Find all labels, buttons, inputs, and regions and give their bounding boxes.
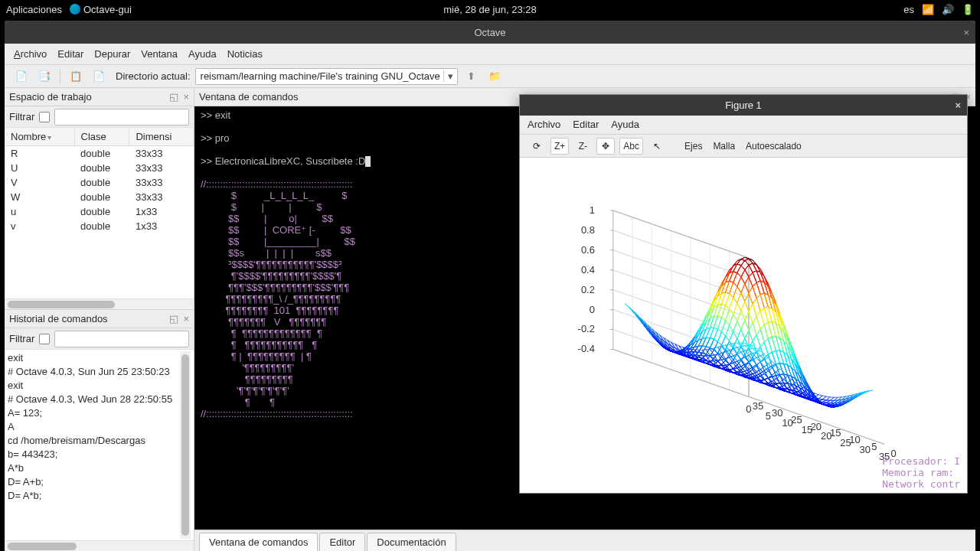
figure-menu-edit[interactable]: Editar — [573, 119, 599, 130]
octave-icon — [70, 4, 80, 15]
window-title: Octave — [474, 27, 505, 38]
filter-checkbox[interactable] — [39, 334, 50, 344]
list-item[interactable]: A*b — [8, 461, 180, 475]
menu-help[interactable]: Ayuda — [188, 48, 217, 60]
history-list[interactable]: exit# Octave 4.0.3, Sun Jun 25 23:50:23e… — [5, 350, 194, 540]
history-panel: Historial de comandos ◱ × Filtrar exit# … — [5, 310, 194, 551]
wifi-icon[interactable]: 📶 — [922, 4, 934, 15]
svg-text:30: 30 — [772, 407, 782, 419]
col-class[interactable]: Clase — [74, 128, 129, 146]
svg-text:10: 10 — [849, 435, 860, 446]
svg-text:15: 15 — [830, 428, 841, 439]
close-panel-icon[interactable]: × — [183, 313, 189, 324]
svg-line-13 — [613, 230, 749, 278]
keyboard-lang[interactable]: es — [903, 4, 914, 15]
filter-checkbox[interactable] — [39, 112, 50, 122]
applications-menu[interactable]: Aplicaciones — [6, 4, 62, 15]
list-item[interactable]: exit — [8, 351, 180, 365]
list-item[interactable]: # Octave 4.0.3, Sun Jun 25 23:50:23 — [8, 365, 180, 379]
table-row[interactable]: vdouble1x33 — [5, 219, 194, 233]
list-item[interactable]: A= 123; — [8, 406, 180, 420]
left-panels: Espacio de trabajo ◱ × Filtrar Nombre▾ C… — [5, 88, 194, 551]
col-name[interactable]: Nombre▾ — [5, 128, 74, 146]
table-row[interactable]: Udouble33x33 — [5, 161, 194, 175]
tab-docs[interactable]: Documentación — [367, 533, 456, 551]
svg-text:1: 1 — [590, 205, 595, 217]
zoom-in-button[interactable]: Z+ — [550, 138, 569, 155]
menu-file[interactable]: Archivo — [14, 48, 47, 60]
current-dir-combo[interactable]: reismam/learning machine/File's training… — [195, 68, 458, 85]
figure-canvas[interactable]: -0.4-0.200.20.40.60.81051015202530350510… — [520, 158, 967, 493]
tab-editor[interactable]: Editor — [319, 533, 365, 551]
history-vscroll[interactable] — [180, 351, 191, 539]
clock: mié, 28 de jun, 23:28 — [443, 4, 536, 15]
list-item[interactable]: D= A+b; — [8, 475, 180, 489]
volume-icon[interactable]: 🔊 — [942, 4, 954, 15]
table-row[interactable]: Wdouble33x33 — [5, 190, 194, 204]
new-function-button[interactable]: 📑 — [35, 68, 54, 85]
separator — [60, 70, 60, 83]
menu-edit[interactable]: Editar — [57, 48, 83, 60]
main-menubar: Archivo Editar Depurar Ventana Ayuda Not… — [5, 44, 975, 65]
right-area: Ventana de comandos ◱ × >> exit >> pro >… — [194, 88, 975, 551]
list-item[interactable]: b= 443423; — [8, 448, 180, 461]
list-item[interactable]: A — [8, 420, 180, 434]
figure-titlebar[interactable]: Figure 1 × — [520, 95, 967, 116]
octave-indicator[interactable]: Octave-gui — [70, 4, 132, 15]
menu-window[interactable]: Ventana — [141, 48, 178, 60]
list-item[interactable]: exit — [8, 379, 180, 393]
table-row[interactable]: Vdouble33x33 — [5, 175, 194, 190]
col-dim[interactable]: Dimensi — [129, 128, 194, 146]
chevron-down-icon[interactable]: ▾ — [443, 70, 454, 82]
rotate-icon[interactable]: ⟳ — [528, 138, 546, 155]
battery-icon[interactable]: 🔋 — [962, 4, 974, 15]
svg-text:20: 20 — [811, 421, 822, 432]
close-panel-icon[interactable]: × — [183, 91, 189, 103]
list-item[interactable]: cd /home/breismam/Descargas — [8, 434, 180, 448]
tab-command-window[interactable]: Ventana de comandos — [199, 533, 318, 551]
svg-text:0: 0 — [746, 403, 751, 415]
pan-button[interactable]: ✥ — [596, 138, 615, 155]
new-script-button[interactable]: 📄 — [12, 68, 31, 85]
axes-button[interactable]: Ejes — [681, 138, 705, 155]
figure-menu-file[interactable]: Archivo — [528, 119, 560, 130]
undock-icon[interactable]: ◱ — [169, 91, 178, 103]
figure-menubar: Archivo Editar Ayuda — [520, 116, 967, 135]
main-toolbar: 📄 📑 📋 📄 Directorio actual: reismam/learn… — [5, 65, 975, 88]
filter-combo[interactable] — [54, 331, 189, 347]
list-item[interactable]: # Octave 4.0.3, Wed Jun 28 22:50:55 — [8, 393, 180, 406]
chevron-down-icon: ▾ — [47, 133, 51, 142]
window-titlebar[interactable]: Octave × — [5, 21, 975, 44]
figure-toolbar: ⟳ Z+ Z- ✥ Abc ↖ Ejes Malla Autoescalado — [520, 135, 967, 158]
undock-icon[interactable]: ◱ — [169, 313, 178, 324]
copy-button[interactable]: 📋 — [67, 68, 85, 85]
workspace-title: Espacio de trabajo — [9, 91, 92, 103]
table-row[interactable]: Rdouble33x33 — [5, 146, 194, 161]
os-topbar: Aplicaciones Octave-gui mié, 28 de jun, … — [0, 0, 980, 18]
workspace-hscroll[interactable] — [5, 298, 194, 309]
figure-menu-help[interactable]: Ayuda — [611, 119, 639, 130]
close-icon[interactable]: × — [955, 99, 961, 111]
text-button[interactable]: Abc — [619, 138, 643, 155]
table-row[interactable]: udouble1x33 — [5, 204, 194, 219]
svg-text:0.4: 0.4 — [581, 264, 595, 276]
close-icon[interactable]: × — [963, 27, 969, 38]
paste-button[interactable]: 📄 — [90, 68, 108, 85]
menu-debug[interactable]: Depurar — [94, 48, 130, 60]
figure-title: Figure 1 — [725, 99, 762, 111]
autoscale-button[interactable]: Autoescalado — [743, 138, 805, 155]
command-window-title: Ventana de comandos — [199, 91, 298, 103]
workspace-table[interactable]: Nombre▾ Clase Dimensi Rdouble33x33Udoubl… — [5, 128, 194, 298]
grid-button[interactable]: Malla — [710, 138, 738, 155]
dir-up-button[interactable]: ⬆ — [462, 68, 481, 85]
sysinfo-text: Procesador: I Memoria ram: Network contr — [882, 455, 960, 490]
filter-combo[interactable] — [54, 109, 189, 126]
zoom-out-button[interactable]: Z- — [573, 138, 592, 155]
dir-browse-button[interactable]: 📁 — [485, 68, 504, 85]
menu-news[interactable]: Noticias — [227, 48, 263, 60]
list-item[interactable]: D= A*b; — [8, 489, 180, 503]
cursor-icon[interactable]: ↖ — [648, 138, 666, 155]
history-hscroll[interactable] — [5, 540, 194, 551]
svg-text:-0.2: -0.2 — [578, 324, 595, 335]
figure-window[interactable]: Figure 1 × Archivo Editar Ayuda ⟳ Z+ Z- … — [519, 94, 968, 494]
